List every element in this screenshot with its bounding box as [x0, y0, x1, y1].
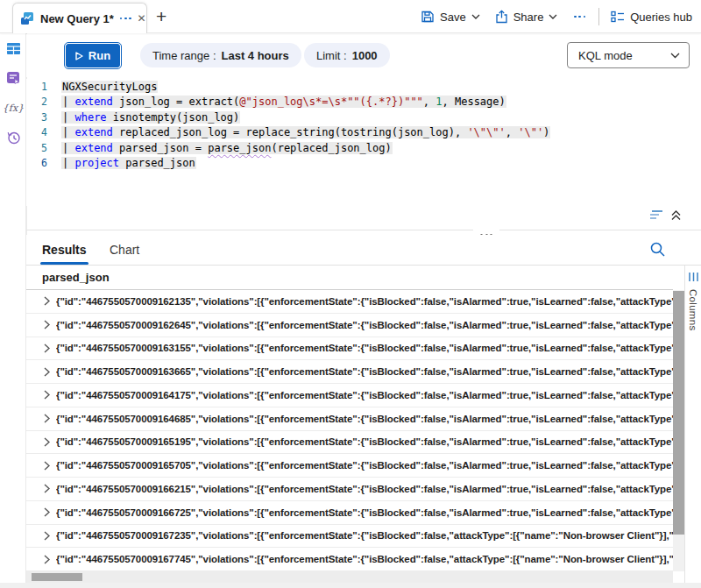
expand-row-chevron-icon[interactable] [26, 367, 56, 377]
expand-row-chevron-icon[interactable] [26, 555, 56, 564]
query-editor[interactable]: 1 NGXSecurityLogs 2 | extend json_log = … [26, 79, 701, 206]
editor-line[interactable]: 3 | where isnotempty(json_log) [26, 110, 701, 125]
code-text: NGXSecurityLogs [61, 81, 158, 93]
expand-row-chevron-icon[interactable] [26, 344, 56, 353]
query-tab-bar: New Query 1* ✕ + Save [0, 0, 701, 33]
query-toolbar: Run Time range : Last 4 hours Limit : 10… [26, 34, 701, 77]
expand-row-chevron-icon[interactable] [26, 414, 56, 423]
row-json-text: {"id":"4467550570009162135","violations"… [56, 296, 673, 307]
table-row[interactable]: {"id":"4467550570009167235","violations"… [26, 525, 673, 549]
limit-value: 1000 [352, 49, 378, 62]
row-json-text: {"id":"4467550570009165705","violations"… [56, 460, 673, 471]
line-number: 2 [26, 96, 61, 108]
table-row[interactable]: {"id":"4467550570009163155","violations"… [26, 337, 673, 361]
columns-icon [688, 272, 699, 282]
table-row[interactable]: {"id":"4467550570009166725","violations"… [26, 501, 673, 525]
row-json-text: {"id":"4467550570009163155","violations"… [56, 343, 673, 353]
horizontal-scrollbar-thumb[interactable] [32, 573, 82, 581]
time-range-selector[interactable]: Time range : Last 4 hours [140, 43, 301, 67]
new-tab-button[interactable]: + [156, 6, 166, 27]
column-header-label: parsed_json [42, 271, 110, 284]
table-row[interactable]: {"id":"4467550570009162135","violations"… [26, 290, 673, 314]
functions-fx-icon[interactable]: {fx} [0, 93, 26, 123]
tab-close-icon[interactable]: ✕ [138, 13, 146, 24]
vertical-scrollbar[interactable] [673, 290, 684, 571]
top-actions: Save Share [417, 0, 696, 33]
search-results-button[interactable] [649, 241, 666, 258]
panel-divider-line [26, 230, 701, 230]
horizontal-scrollbar[interactable] [26, 571, 673, 583]
table-row[interactable]: {"id":"4467550570009166215","violations"… [26, 478, 673, 501]
queries-hub-button[interactable]: Queries hub [607, 7, 696, 27]
row-json-text: {"id":"4467550570009165195","violations"… [56, 436, 673, 447]
editor-line[interactable]: 6 | project parsed_json [26, 156, 701, 172]
results-tab-bar: Results Chart [26, 235, 701, 266]
expand-row-chevron-icon[interactable] [26, 531, 56, 541]
tab-chart[interactable]: Chart [110, 235, 139, 265]
connections-table-icon[interactable] [0, 33, 26, 63]
bottom-scroll-strip [0, 583, 701, 588]
table-row[interactable]: {"id":"4467550570009162645","violations"… [26, 314, 673, 337]
line-number: 3 [26, 111, 61, 124]
table-row[interactable]: {"id":"4467550570009165195","violations"… [26, 431, 673, 455]
vertical-scrollbar-thumb[interactable] [673, 291, 684, 535]
expand-row-chevron-icon[interactable] [26, 320, 56, 329]
line-number: 1 [26, 81, 61, 93]
editor-lines: 1 NGXSecurityLogs 2 | extend json_log = … [26, 79, 701, 171]
editor-line[interactable]: 1 NGXSecurityLogs [26, 79, 701, 95]
editor-line[interactable]: 5 | extend parsed_json = parse_json(repl… [26, 140, 701, 156]
save-chevron-icon [471, 14, 480, 19]
expand-row-chevron-icon[interactable] [26, 461, 56, 471]
tab-more-icon[interactable] [120, 18, 131, 20]
left-icon-rail: {fx} [0, 33, 26, 588]
time-range-label: Time range : [152, 49, 216, 62]
code-text: | project parsed_json [61, 157, 196, 169]
code-text: | where isnotempty(json_log) [61, 111, 240, 124]
editor-line[interactable]: 2 | extend json_log = extract(@"json_log… [26, 95, 701, 110]
saved-scripts-icon[interactable] [0, 63, 26, 93]
query-tab[interactable]: New Query 1* ✕ [12, 3, 147, 33]
table-row[interactable]: {"id":"4467550570009163665","violations"… [26, 360, 673, 384]
row-json-text: {"id":"4467550570009162645","violations"… [56, 320, 673, 330]
expand-row-chevron-icon[interactable] [26, 507, 56, 517]
columns-panel-label: Columns [688, 289, 698, 330]
run-button[interactable]: Run [66, 44, 120, 67]
share-icon [495, 10, 508, 24]
expand-row-chevron-icon[interactable] [26, 390, 56, 400]
share-button[interactable]: Share [492, 6, 562, 27]
queries-hub-label: Queries hub [630, 11, 692, 24]
row-json-text: {"id":"4467550570009166725","violations"… [56, 507, 673, 518]
editor-footer-controls [649, 209, 682, 221]
save-icon [421, 10, 435, 24]
query-history-icon[interactable] [0, 123, 26, 152]
table-row[interactable]: {"id":"4467550570009164175","violations"… [26, 384, 673, 407]
play-icon [75, 52, 83, 60]
collapse-editor-icon[interactable] [670, 209, 682, 221]
column-header-parsed-json[interactable]: parsed_json [26, 266, 673, 290]
columns-side-panel[interactable]: Columns [684, 266, 701, 583]
expand-row-chevron-icon[interactable] [26, 296, 56, 306]
kql-mode-dropdown[interactable]: KQL mode [567, 42, 690, 68]
code-text: | extend replaced_json_log = replace_str… [61, 126, 550, 138]
save-button[interactable]: Save [417, 6, 484, 27]
line-number: 5 [26, 142, 61, 154]
table-row[interactable]: {"id":"4467550570009164685","violations"… [26, 407, 673, 431]
line-number: 4 [26, 126, 61, 138]
tab-title: New Query 1* [40, 12, 114, 25]
limit-selector[interactable]: Limit : 1000 [304, 43, 390, 67]
code-text: | extend json_log = extract(@"json_log\s… [61, 96, 506, 108]
dropdown-chevron-icon [670, 53, 680, 59]
expand-row-chevron-icon[interactable] [26, 484, 56, 493]
table-row[interactable]: {"id":"4467550570009167745","violations"… [26, 548, 673, 571]
more-actions-icon[interactable] [569, 16, 591, 18]
table-row[interactable]: {"id":"4467550570009165705","violations"… [26, 454, 673, 478]
tab-results[interactable]: Results [42, 235, 87, 265]
adx-logo-icon [20, 11, 34, 25]
results-grid: {"id":"4467550570009162135","violations"… [26, 290, 673, 571]
editor-line[interactable]: 4 | extend replaced_json_log = replace_s… [26, 125, 701, 141]
queries-hub-icon [611, 11, 625, 23]
save-label: Save [440, 11, 466, 24]
format-lines-icon[interactable] [649, 209, 663, 221]
adx-query-window: New Query 1* ✕ + Save [0, 0, 701, 588]
expand-row-chevron-icon[interactable] [26, 437, 56, 447]
